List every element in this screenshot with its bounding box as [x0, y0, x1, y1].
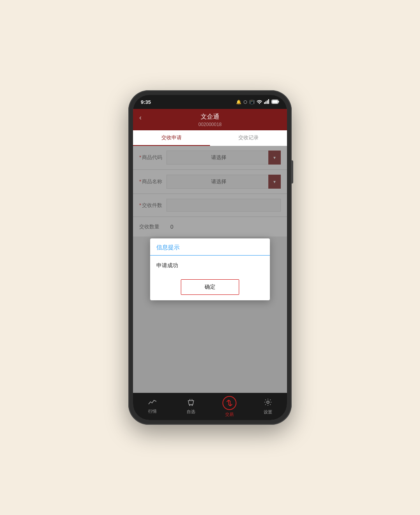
svg-point-9 — [267, 401, 269, 403]
gear-icon — [264, 398, 272, 408]
svg-rect-6 — [272, 100, 278, 103]
chart-icon — [148, 399, 157, 407]
basket-icon — [187, 398, 195, 407]
app-screen: ‹ 文企通 002000018 交收申请 交收记录 *商品代码 请 — [133, 109, 287, 420]
nav-trade-label: 交易 — [225, 412, 234, 417]
svg-rect-2 — [267, 100, 268, 104]
dialog-body: 申请成功 — [150, 256, 270, 275]
form-area: *商品代码 请选择 ▼ *商品名称 — [133, 146, 287, 393]
dialog-title: 信息提示 — [156, 244, 180, 250]
nav-market-label: 行情 — [148, 408, 157, 414]
svg-point-7 — [189, 405, 190, 406]
status-icons: 🔔 ⬡ 📳 — [236, 99, 279, 105]
nav-settings-label: 设置 — [264, 409, 272, 415]
dialog-header: 信息提示 — [150, 238, 270, 256]
nav-market[interactable]: 行情 — [133, 399, 172, 414]
phone-inner: 9:35 🔔 ⬡ 📳 ‹ 文企通 0 — [133, 95, 287, 420]
status-time: 9:35 — [141, 99, 151, 105]
dialog-overlay: 信息提示 申请成功 确定 — [133, 146, 287, 393]
signal-icon — [264, 99, 270, 105]
nav-trade[interactable]: 交易 — [210, 396, 248, 417]
app-subtitle: 002000018 — [198, 122, 222, 127]
app-title: 文企通 — [201, 113, 219, 121]
back-button[interactable]: ‹ — [139, 114, 142, 122]
nav-settings[interactable]: 设置 — [248, 398, 287, 415]
nav-watchlist[interactable]: 自选 — [172, 398, 210, 415]
wifi-icon — [257, 99, 262, 105]
dialog-footer: 确定 — [150, 275, 270, 300]
battery-icon — [271, 100, 279, 105]
nav-watchlist-label: 自选 — [187, 409, 195, 415]
vibrate-icon: 📳 — [249, 100, 255, 105]
svg-rect-5 — [278, 101, 279, 102]
tab-bar: 交收申请 交收记录 — [133, 130, 287, 146]
tab-apply[interactable]: 交收申请 — [133, 130, 210, 146]
svg-point-8 — [191, 405, 192, 406]
notify-icon: 🔔 — [236, 100, 242, 105]
svg-rect-0 — [264, 102, 265, 104]
app-header: ‹ 文企通 002000018 — [133, 109, 287, 130]
side-button — [291, 160, 293, 184]
trade-icon — [222, 396, 236, 410]
phone-frame: 9:35 🔔 ⬡ 📳 ‹ 文企通 0 — [128, 90, 292, 425]
info-dialog: 信息提示 申请成功 确定 — [150, 238, 270, 300]
status-bar: 9:35 🔔 ⬡ 📳 — [133, 95, 287, 109]
dialog-confirm-button[interactable]: 确定 — [181, 279, 239, 295]
svg-rect-1 — [266, 102, 267, 104]
dialog-message: 申请成功 — [156, 262, 178, 268]
bottom-nav: 行情 自选 — [133, 393, 287, 420]
tab-record[interactable]: 交收记录 — [210, 130, 287, 146]
bluetooth-icon: ⬡ — [243, 100, 247, 105]
svg-rect-3 — [268, 99, 270, 104]
